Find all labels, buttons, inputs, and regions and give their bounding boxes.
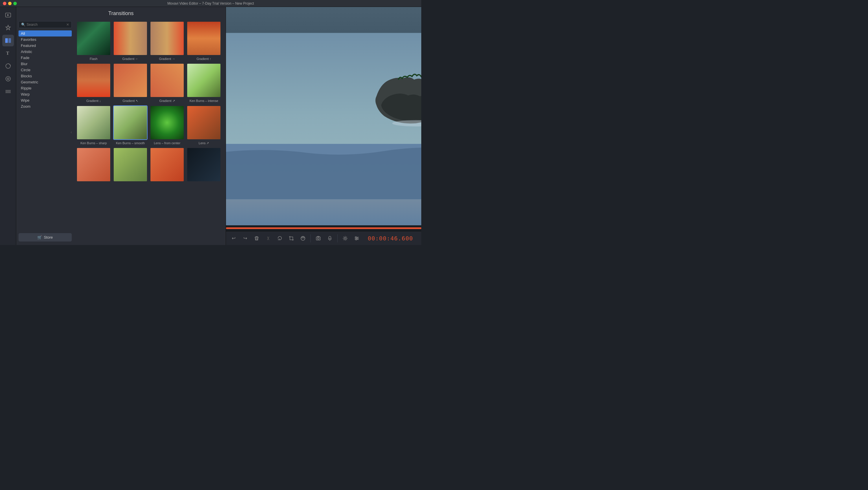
titlebar: Movavi Video Editor – 7-Day Trial Versio… <box>0 0 421 7</box>
category-warp[interactable]: Warp <box>19 91 72 97</box>
transition-lens-diag-label: Lens ↗ <box>199 141 209 145</box>
toolbar-music-icon[interactable] <box>2 73 14 85</box>
toolbar-timeline-icon[interactable] <box>2 86 14 97</box>
svg-rect-14 <box>290 237 293 240</box>
svg-marker-1 <box>7 14 9 16</box>
category-all[interactable]: All <box>19 30 72 36</box>
undo-button[interactable]: ↩ <box>228 233 239 243</box>
transition-flash[interactable]: Flash <box>76 21 111 61</box>
toolbar-transitions-icon[interactable] <box>2 35 14 46</box>
store-button[interactable]: 🛒 Store <box>19 233 72 241</box>
toolbar-titles-icon[interactable]: T <box>2 48 14 59</box>
transition-gradient-right[interactable]: Gradient → <box>150 21 184 61</box>
transition-gradient-up-label: Gradient ↑ <box>196 57 211 61</box>
video-frame <box>226 7 421 225</box>
category-blocks[interactable]: Blocks <box>19 73 72 79</box>
transition-gradient-diag1-label: Gradient ↖ <box>122 99 138 103</box>
audio-button[interactable] <box>324 233 335 243</box>
toolbar-effects-icon[interactable] <box>2 22 14 34</box>
svg-point-30 <box>355 239 357 240</box>
transition-flash-label: Flash <box>90 57 97 61</box>
minimize-button[interactable] <box>8 2 11 5</box>
transition-kb-intense[interactable]: Ken Burns – intense <box>187 63 221 103</box>
progress-bar-container <box>226 225 421 231</box>
audio-mixer-button[interactable] <box>351 233 362 243</box>
svg-point-22 <box>329 236 331 239</box>
transition-gradient-down[interactable]: Gradient ↓ <box>76 63 111 103</box>
svg-point-21 <box>317 237 319 239</box>
transition-kb-smooth[interactable]: Ken Burns – smooth <box>113 106 148 145</box>
skip-back-button[interactable]: ⏮ <box>420 233 422 243</box>
app-title: Movavi Video Editor – 7-Day Trial Versio… <box>167 1 254 5</box>
svg-rect-2 <box>5 38 8 43</box>
svg-text:T: T <box>6 51 9 56</box>
category-blur[interactable]: Blur <box>19 61 72 67</box>
playback-progress[interactable] <box>226 227 421 229</box>
svg-point-7 <box>7 78 9 80</box>
category-featured[interactable]: Featured <box>19 42 72 49</box>
transition-lens-center[interactable]: Lens – from center <box>150 106 184 145</box>
left-toolbar: T <box>0 7 16 245</box>
time-display: 00:00:46.600 <box>368 235 413 242</box>
time-accent: 46.600 <box>390 235 413 242</box>
search-close-icon[interactable]: ✕ <box>66 23 69 27</box>
category-artistic[interactable]: Artistic <box>19 49 72 55</box>
svg-point-29 <box>357 238 358 239</box>
search-input[interactable] <box>27 23 65 27</box>
category-sidebar: 🔍 ✕ All Favorites Featured Artistic Fade… <box>16 19 74 245</box>
svg-rect-3 <box>8 38 11 43</box>
editing-toolbar: ↩ ↪ <box>226 231 421 245</box>
category-wipe[interactable]: Wipe <box>19 97 72 104</box>
svg-rect-20 <box>316 237 320 240</box>
category-circle[interactable]: Circle <box>19 67 72 73</box>
transitions-grid: Flash Gradient ← <box>76 21 221 183</box>
color-button[interactable] <box>298 233 308 243</box>
transition-gradient-right-label: Gradient → <box>159 57 175 61</box>
transitions-grid-area[interactable]: Flash Gradient ← <box>74 19 226 245</box>
settings-button[interactable] <box>340 233 350 243</box>
transition-gradient-left-label: Gradient ← <box>122 57 138 61</box>
transition-row4-2[interactable] <box>113 147 148 183</box>
transitions-header: Transitions <box>16 7 226 19</box>
transition-gradient-up[interactable]: Gradient ↑ <box>187 21 221 61</box>
traffic-lights <box>3 2 17 5</box>
transition-kb-intense-label: Ken Burns – intense <box>189 99 218 103</box>
category-ripple[interactable]: Ripple <box>19 85 72 91</box>
transition-row4-3[interactable] <box>150 147 184 183</box>
transition-kb-smooth-label: Ken Burns – smooth <box>116 141 145 145</box>
toolbar-overlays-icon[interactable] <box>2 60 14 72</box>
playback-fill <box>226 227 421 229</box>
transition-lens-diag[interactable]: Lens ↗ <box>187 106 221 145</box>
category-geometric[interactable]: Geometric <box>19 79 72 85</box>
transition-gradient-left[interactable]: Gradient ← <box>113 21 148 61</box>
store-icon: 🛒 <box>37 235 42 239</box>
category-favorites[interactable]: Favorites <box>19 36 72 42</box>
close-button[interactable] <box>3 2 6 5</box>
preview-area: ? ↩ ↪ <box>226 7 421 245</box>
crop-button[interactable] <box>286 233 297 243</box>
transition-gradient-diag2[interactable]: Gradient ↗ <box>150 63 184 103</box>
category-zoom[interactable]: Zoom <box>19 104 72 110</box>
maximize-button[interactable] <box>13 2 17 5</box>
transition-kb-sharp[interactable]: Ken Burns – sharp <box>76 106 111 145</box>
search-icon: 🔍 <box>21 23 26 27</box>
category-fade[interactable]: Fade <box>19 55 72 61</box>
svg-point-24 <box>344 237 346 239</box>
transitions-panel: Transitions 🔍 ✕ All Favorites Featured A… <box>16 7 226 245</box>
transition-gradient-diag1[interactable]: Gradient ↖ <box>113 63 148 103</box>
cut-button[interactable] <box>263 233 273 243</box>
transition-row4-1[interactable] <box>76 147 111 183</box>
rotate-button[interactable] <box>275 233 285 243</box>
transition-gradient-down-label: Gradient ↓ <box>86 99 101 103</box>
svg-point-28 <box>355 237 356 238</box>
time-static: 00:00: <box>368 235 390 242</box>
search-bar[interactable]: 🔍 ✕ <box>19 21 72 28</box>
toolbar-media-icon[interactable] <box>2 9 14 21</box>
transition-row4-4[interactable] <box>187 147 221 183</box>
playback-controls: ⏮ ▶ ⏭ <box>420 233 422 243</box>
transition-lens-center-label: Lens – from center <box>154 141 181 145</box>
delete-button[interactable] <box>251 233 262 243</box>
collapse-arrow[interactable]: ‹ <box>71 130 72 134</box>
redo-button[interactable]: ↪ <box>240 233 250 243</box>
photo-button[interactable] <box>313 233 323 243</box>
